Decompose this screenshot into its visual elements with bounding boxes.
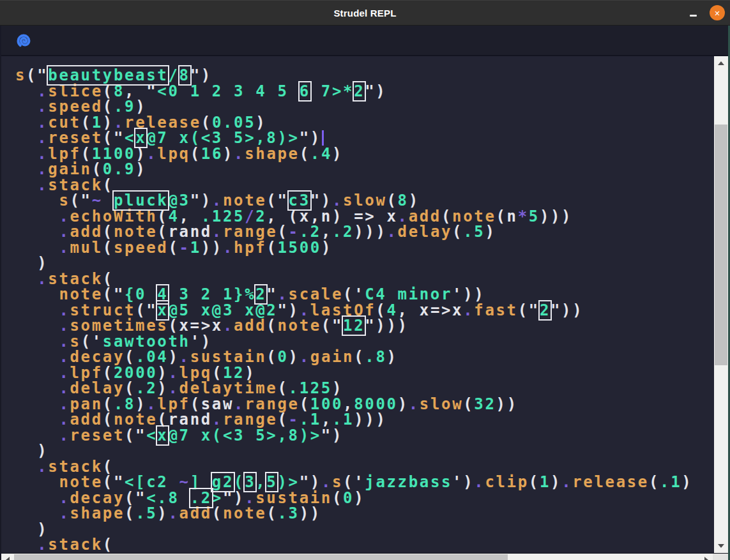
code-token[interactable]: ] [190, 473, 212, 491]
code-token[interactable]: (" [125, 427, 146, 444]
active-event-token[interactable]: 2 [354, 82, 365, 100]
code-token[interactable]: .3 [277, 504, 299, 522]
code-token[interactable]: hpf [234, 239, 266, 257]
code-token[interactable]: lpq [157, 145, 190, 163]
code-token[interactable]: ) [135, 160, 146, 178]
code-token[interactable]: (" [321, 317, 343, 335]
code-token[interactable]: 7>* [310, 82, 354, 100]
code-line[interactable]: .s('sawtooth') [15, 334, 714, 350]
code-token[interactable]: 32 [474, 395, 496, 413]
code-line[interactable]: .delay(.2).delaytime(.125) [15, 381, 714, 397]
vertical-scrollbar-thumb[interactable] [715, 125, 727, 365]
code-token[interactable]: ( [103, 239, 114, 257]
code-token[interactable]: ( [332, 489, 343, 507]
code-token[interactable]: ) [398, 395, 409, 413]
code-token[interactable]: note [223, 504, 266, 522]
code-token[interactable]: delay [398, 223, 453, 241]
code-line[interactable]: .lpf(1100).lpq(16).shape(.4) [15, 146, 714, 162]
code-token[interactable]: ) [157, 504, 168, 522]
scroll-right-button[interactable] [700, 554, 713, 560]
code-token[interactable]: ) [332, 145, 343, 163]
active-event-token[interactable]: x [157, 427, 168, 444]
code-line[interactable]: .add(note(rand.range(-.1,.1))) [15, 412, 714, 428]
code-line[interactable]: .sometimes(x=>x.add(note("12"))) [15, 318, 714, 334]
code-token[interactable]: ) [551, 473, 561, 491]
code-token[interactable]: ( [190, 145, 201, 163]
code-token[interactable]: (n [496, 208, 518, 225]
code-line[interactable]: s("~ pluck@3").note("c3").slow(8) [15, 193, 714, 209]
code-token[interactable]: 1 [190, 239, 201, 257]
code-token[interactable]: .5 [463, 223, 485, 241]
code-token[interactable]: )) [201, 239, 223, 257]
code-line[interactable]: note("{0 4 3 2 1}%2".scale('C4 minor')) [15, 287, 714, 303]
code-line[interactable]: .add(note(rand.range(-.2,.2))).delay(.5) [15, 224, 714, 240]
code-line[interactable]: ) [15, 255, 714, 271]
code-line[interactable]: s("beautybeast/8") [15, 68, 714, 84]
code-token[interactable]: ))) [540, 208, 572, 225]
code-token[interactable]: ))) [354, 411, 386, 428]
code-token[interactable]: stack [48, 536, 103, 553]
code-token[interactable]: reset [70, 427, 125, 444]
code-token[interactable]: ( [266, 239, 277, 257]
code-token[interactable]: ) [289, 348, 300, 366]
code-token[interactable]: . [223, 239, 234, 257]
code-line[interactable]: ) [15, 443, 714, 459]
vertical-scrollbar[interactable] [714, 56, 728, 553]
code-token[interactable]: ) [387, 348, 398, 366]
code-token[interactable]: * [518, 208, 529, 225]
code-token[interactable]: 5 [529, 208, 540, 225]
active-event-token[interactable]: 4 [157, 285, 168, 303]
code-line[interactable]: .lpf(2000).lpq(12) [15, 365, 714, 381]
code-token[interactable]: (" [518, 301, 540, 319]
code-token[interactable]: . [37, 536, 48, 553]
code-token[interactable]: 1 [540, 473, 551, 491]
code-line[interactable]: .reset("<x@7 x(<3 5>,8)>") [15, 130, 714, 146]
code-line[interactable]: .stack( [15, 271, 714, 287]
scroll-left-button[interactable] [1, 554, 14, 560]
code-line[interactable]: .reset("<x@7 x(<3 5>,8)>") [15, 428, 714, 444]
code-token[interactable]: <0 1 2 3 4 5 [157, 82, 299, 100]
minimize-button[interactable] [685, 5, 701, 20]
code-token[interactable]: ( [452, 223, 463, 241]
strudel-spiral-icon[interactable] [14, 31, 33, 50]
code-token[interactable]: . [168, 504, 179, 522]
horizontal-scrollbar[interactable] [1, 553, 728, 560]
code-line[interactable]: .shape(.5).add(note(.3)) [15, 506, 714, 522]
code-line[interactable]: .decay(.04).sustain(0).gain(.8) [15, 349, 714, 365]
code-token[interactable]: add [234, 317, 266, 335]
code-token[interactable]: ) [485, 223, 496, 241]
active-event-token[interactable]: 6 [300, 82, 310, 100]
code-token[interactable]: ( [300, 145, 310, 163]
code-token[interactable]: shape [70, 504, 125, 522]
code-editor[interactable]: s("beautybeast/8") .slice(8, "<0 1 2 3 4… [1, 56, 714, 553]
code-token[interactable]: . [234, 145, 245, 163]
code-line[interactable]: .decay("<.8 .2>").sustain(0) [15, 490, 714, 506]
code-token[interactable]: .4 [310, 145, 332, 163]
code-line[interactable]: note("<[c2 ~] g2(3,5)>").s('jazzbass').c… [15, 474, 714, 490]
code-line[interactable]: .speed(.9) [15, 99, 714, 115]
code-token[interactable]: add [179, 504, 212, 522]
code-token[interactable]: ) [321, 239, 332, 257]
code-token[interactable]: . [463, 301, 474, 319]
code-line[interactable]: .cut(1).release(0.05) [15, 115, 714, 131]
active-event-token[interactable]: 12 [343, 317, 365, 335]
code-token[interactable]: ) [223, 145, 234, 163]
code-token[interactable]: ( [529, 473, 540, 491]
code-token[interactable]: ")) [551, 301, 583, 319]
scroll-down-button[interactable] [714, 540, 728, 552]
code-token[interactable]: )) [496, 395, 518, 413]
code-token[interactable]: ( [354, 348, 365, 366]
code-token[interactable]: fast [474, 301, 517, 319]
code-line[interactable]: .struct("x@5 x@3 x@2").lastOf(4, x=>x.fa… [15, 303, 714, 319]
code-token[interactable]: clip [485, 473, 528, 491]
code-line[interactable]: .gain(0.9) [15, 162, 714, 178]
code-token[interactable]: 0 [277, 348, 288, 366]
code-token[interactable]: ))) [354, 223, 386, 241]
code-token[interactable]: . [387, 223, 398, 241]
code-token[interactable]: ) [354, 489, 365, 507]
code-token[interactable]: speed [114, 239, 169, 257]
code-line[interactable]: .stack( [15, 459, 714, 475]
code-token[interactable]: . [300, 348, 310, 366]
code-token[interactable]: - [179, 239, 190, 257]
code-token[interactable]: mul [70, 239, 103, 257]
